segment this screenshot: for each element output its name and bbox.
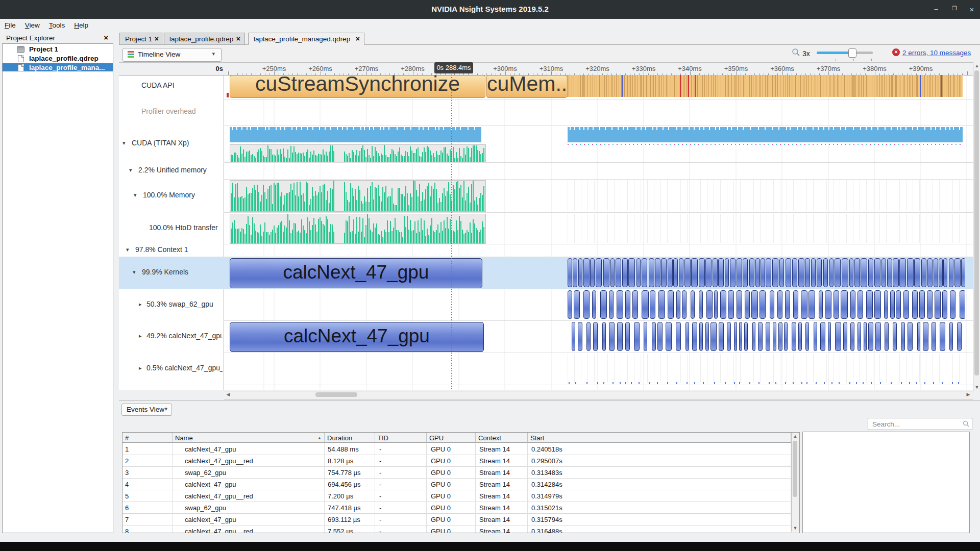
kernel-event-bar[interactable] <box>917 322 921 351</box>
kernel-event-bar[interactable] <box>849 258 854 287</box>
kernel-event-bar[interactable] <box>893 258 898 287</box>
kernel-event-bar[interactable] <box>819 290 823 319</box>
kernel-event-bar[interactable] <box>854 258 860 287</box>
kernel-event-bar[interactable] <box>622 258 628 287</box>
column-header-gpu[interactable]: GPU <box>427 433 476 443</box>
timeline-row-label[interactable]: 99.9% Kernels <box>142 268 188 276</box>
scroll-left-icon[interactable]: ◀ <box>225 392 232 397</box>
column-header-start[interactable]: Start <box>528 433 791 443</box>
scroll-up-icon[interactable]: ▲ <box>792 434 799 439</box>
tab-close-icon[interactable]: × <box>356 35 360 43</box>
timeline-horizontal-scrollbar[interactable]: ◀ ▶ <box>224 391 973 399</box>
table-row[interactable]: 7calcNext_47_gpu693.112 µs-GPU 0Stream 1… <box>122 513 791 525</box>
kernel-event-bar[interactable] <box>811 258 816 287</box>
htod-transfer-chart[interactable] <box>230 214 486 244</box>
kernel-event-bar[interactable] <box>661 258 667 287</box>
kernel-event-bar[interactable] <box>616 258 621 287</box>
kernel-event-bar[interactable] <box>684 258 691 287</box>
kernel-event-bar[interactable] <box>583 258 590 287</box>
table-row[interactable]: 3swap_62_gpu754.778 µs-GPU 0Stream 140.3… <box>122 466 791 479</box>
kernel-event-bar[interactable] <box>927 258 933 287</box>
kernel-event-bar[interactable] <box>868 322 873 351</box>
kernel-event-bar[interactable] <box>676 322 681 351</box>
timeline-row-label[interactable]: CUDA API <box>141 81 175 89</box>
kernel-event-bar[interactable] <box>798 258 804 287</box>
kernel-event-bar[interactable] <box>758 322 763 351</box>
kernel-event-bar[interactable] <box>699 322 703 351</box>
kernel-event-bar[interactable] <box>719 322 724 351</box>
gpu-coverage-band-left[interactable] <box>230 127 481 142</box>
kernel-event-bar[interactable] <box>596 258 602 287</box>
kernel-event-bar[interactable] <box>940 322 945 351</box>
kernel-event-bar[interactable] <box>602 322 606 351</box>
events-view-dropdown[interactable]: Events View ▾ <box>121 404 172 416</box>
kernel-event-bar[interactable] <box>761 258 765 287</box>
kernel-event-bar[interactable] <box>737 290 742 319</box>
kernel-event-bar[interactable] <box>817 258 822 287</box>
api-bar-custreamsynchronize[interactable]: cuStreamSynchronize <box>230 75 485 98</box>
kernel-event-bar[interactable] <box>609 322 615 351</box>
timeline-row-label[interactable]: Profiler overhead <box>141 107 196 115</box>
kernel-event-bar[interactable] <box>610 258 615 287</box>
kernel-event-bar[interactable] <box>829 258 834 287</box>
menu-view[interactable]: View <box>20 19 44 31</box>
zoom-slider-track[interactable] <box>817 52 873 54</box>
kernel-event-bar[interactable] <box>749 258 755 287</box>
kernel-event-bar[interactable] <box>908 322 913 351</box>
kernel-event-bar[interactable] <box>752 322 756 351</box>
kernel-event-bar[interactable] <box>939 258 943 287</box>
kernel-event-bar[interactable] <box>625 290 630 319</box>
kernel-event-bar[interactable] <box>603 258 609 287</box>
kernel-event-bar[interactable] <box>820 322 825 351</box>
kernel-event-bar[interactable] <box>842 258 848 287</box>
kernel-event-bar[interactable] <box>841 290 848 319</box>
timeline-row-label[interactable]: 50.3% swap_62_gpu <box>146 300 213 308</box>
kernel-event-bar[interactable] <box>949 258 954 287</box>
kernel-event-bar[interactable] <box>808 290 815 319</box>
kernel-event-bar[interactable] <box>805 258 810 287</box>
kernel-event-bar[interactable] <box>896 290 901 319</box>
explorer-item-0[interactable]: Project 1 <box>3 45 113 53</box>
kernel-event-bar[interactable] <box>586 322 591 351</box>
kernel-event-bar[interactable] <box>868 258 874 287</box>
kernel-event-bar[interactable] <box>743 258 748 287</box>
tab-0[interactable]: Project 1× <box>119 33 163 45</box>
kernel-event-bar[interactable] <box>609 290 614 319</box>
kernel-event-bar[interactable] <box>875 322 881 351</box>
kernels-dense-band[interactable] <box>568 258 965 287</box>
kernel-event-bar[interactable] <box>600 290 607 319</box>
table-row[interactable]: 8calcNext_47_gpu__red7.552 µs-GPU 0Strea… <box>122 525 791 533</box>
kernel-event-bar[interactable] <box>628 258 635 287</box>
timeline-row-label[interactable]: 100.0% HtoD transfer <box>149 223 218 232</box>
kernel-event-bar[interactable] <box>728 290 734 319</box>
search-input[interactable] <box>871 419 960 429</box>
kernel-event-bar[interactable] <box>785 290 790 319</box>
kernel-event-bar[interactable] <box>658 290 665 319</box>
kernel-event-bar[interactable] <box>734 322 737 351</box>
kernel-event-bar[interactable] <box>923 322 928 351</box>
kernel-event-bar[interactable] <box>642 290 649 319</box>
kernel-event-bar[interactable] <box>592 290 596 319</box>
kernel-event-bar[interactable] <box>885 322 889 351</box>
kernel-event-bar[interactable] <box>786 258 791 287</box>
menu-file[interactable]: File <box>0 19 20 31</box>
kernel-event-bar[interactable] <box>912 290 918 319</box>
kernel-event-bar[interactable] <box>857 322 861 351</box>
kernel-event-bar[interactable] <box>770 290 774 319</box>
kernel-event-bar[interactable] <box>730 258 735 287</box>
errors-messages-link[interactable]: 2 errors, 10 messages <box>902 49 971 57</box>
kernel-event-bar[interactable] <box>903 290 909 319</box>
tab-2[interactable]: laplace_profile_managed.qdrep× <box>248 33 364 45</box>
kernel-event-bar[interactable] <box>593 322 598 351</box>
scroll-down-icon[interactable]: ▼ <box>973 385 980 390</box>
kernel-event-bar[interactable] <box>644 322 647 351</box>
maximize-button[interactable]: ❐ <box>949 5 960 12</box>
panel-close-icon[interactable]: × <box>104 33 108 42</box>
kernel-event-bar[interactable] <box>642 258 647 287</box>
kernel-event-bar[interactable] <box>699 290 703 319</box>
expand-arrow-icon[interactable]: ▸ <box>139 301 142 308</box>
kernel-event-bar[interactable] <box>772 258 778 287</box>
kernel-event-bar[interactable] <box>814 322 818 351</box>
expand-arrow-icon[interactable]: ▸ <box>139 365 142 371</box>
hscroll-thumb[interactable] <box>315 392 357 397</box>
